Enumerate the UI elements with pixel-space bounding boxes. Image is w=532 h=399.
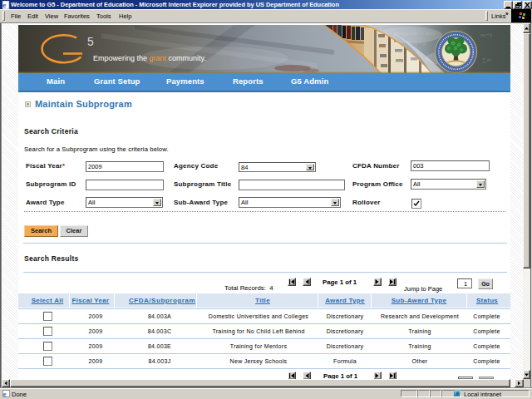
svg-text:∫f(x)g(x)dx = h(x): ∫f(x)g(x)dx = h(x) <box>393 30 436 37</box>
svg-text:mx+b: mx+b <box>480 32 492 37</box>
svg-text:Empowering the grant community: Empowering the grant community. <box>93 54 206 62</box>
svg-text:e: e <box>3 390 7 397</box>
svg-text:5: 5 <box>87 35 94 48</box>
svg-text:e: e <box>2 1 6 9</box>
svg-text:∑ aⁿ: ∑ aⁿ <box>482 57 491 63</box>
